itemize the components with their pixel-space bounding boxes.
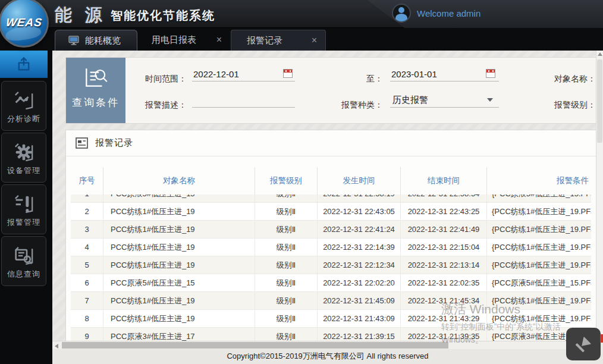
sidebar-item-home-active[interactable] [0, 51, 48, 78]
table-cell: 2022-12-31 21:43:29 [401, 310, 487, 327]
table-row[interactable]: 1PCC原液5#低压主进_15级别Ⅱ2022-12-31 22:58:19202… [71, 194, 591, 203]
table-cell: 级别Ⅱ [255, 203, 318, 220]
sidebar-item-alarm-management[interactable]: 报警管理 [1, 184, 46, 234]
table-row[interactable]: 2PCC纺练1#低压主进_19级别Ⅱ2022-12-31 22:43:05202… [71, 203, 591, 221]
column-header[interactable]: 对象名称 [103, 167, 255, 194]
query-search-icon [82, 65, 109, 90]
user-avatar-icon[interactable] [392, 4, 411, 23]
chevron-down-icon [487, 98, 493, 102]
alarm-type-select[interactable]: 历史报警 [390, 93, 499, 108]
alarm-level-label: 报警级别： [551, 100, 596, 111]
table-cell: 3 [71, 221, 103, 238]
table-row[interactable]: 5PCC纺练1#低压主进_19级别Ⅱ2022-12-31 22:12:34202… [71, 256, 591, 274]
tab-alarm-records-active[interactable]: 报警记录 × [231, 30, 326, 51]
table-cell: 2 [71, 203, 103, 220]
table-cell: PCC原液5#低压主进_15 [103, 194, 255, 202]
table-row[interactable]: 4PCC纺练1#低压主进_19级别Ⅱ2022-12-31 22:14:39202… [71, 239, 591, 256]
table-cell: 4 [71, 239, 103, 256]
table-cell: 2022-12-31 22:15:04 [401, 239, 487, 256]
table-cell: PCC纺练1#低压主进_19 [103, 256, 255, 274]
skip-icon [576, 336, 592, 352]
query-conditions-block: 查询条件 [66, 58, 125, 123]
query-conditions-title: 查询条件 [72, 96, 120, 109]
table-cell: 2022-12-31 21:39:35 [401, 328, 487, 341]
close-icon[interactable]: × [312, 35, 317, 46]
sidebar-item-analysis[interactable]: 分析诊断 [1, 81, 46, 131]
corner-skip-button[interactable] [566, 328, 601, 360]
table-cell: {PCC纺练1#低压主进_19.PFav}<0.9 [487, 310, 591, 327]
table-cell: 2022-12-31 22:02:35 [401, 274, 487, 291]
vertical-scrollbar[interactable] [596, 51, 603, 341]
sidebar-item-label: 信息查询 [7, 269, 40, 280]
table-scroll-viewport[interactable]: 1PCC原液5#低压主进_15级别Ⅱ2022-12-31 22:58:19202… [71, 194, 591, 341]
table-cell: 2022-12-31 22:02:20 [318, 274, 401, 291]
table-cell: 2022-12-31 22:13:14 [401, 256, 487, 274]
scroll-left-arrow-icon[interactable] [55, 344, 58, 349]
calendar-icon[interactable] [283, 69, 293, 78]
table-cell: {PCC纺练1#低压主进_19.PFav}<0.9 [487, 221, 591, 238]
column-header[interactable]: 结束时间 [401, 167, 487, 194]
gear-icon [12, 140, 36, 164]
monitor-icon [68, 36, 79, 45]
table-cell: PCC纺练1#低压主进_19 [103, 239, 255, 256]
alarm-records-title: 报警记录 [95, 137, 133, 149]
welcome-text[interactable]: Welcome admin [417, 8, 480, 18]
table-cell: 级别Ⅱ [255, 256, 318, 274]
table-cell: 6 [71, 274, 103, 291]
vertical-scroll-thumb[interactable] [597, 59, 602, 143]
document-search-icon [12, 244, 36, 268]
table-cell: 2022-12-31 21:39:15 [318, 328, 401, 341]
table-cell: {PCC纺练1#低压主进_19.PFav}<0.9 [487, 292, 591, 309]
horizontal-scrollbar[interactable] [52, 341, 596, 349]
table-cell: PCC原液5#低压主进_15 [103, 274, 255, 291]
tab-daily-power-report[interactable]: 用电日报表 × [139, 30, 230, 51]
table-cell: 2022-12-31 22:12:34 [318, 256, 401, 274]
table-cell: PCC原液3#低压主进_17 [103, 328, 255, 341]
table-cell: PCC纺练1#低压主进_19 [103, 310, 255, 327]
table-cell: 2022-12-31 22:41:24 [318, 221, 401, 238]
column-header[interactable]: 报警级别 [255, 167, 318, 194]
table-row[interactable]: 7PCC纺练1#低压主进_19级别Ⅱ2022-12-31 21:45:09202… [71, 292, 591, 310]
table-cell: {PCC纺练1#低压主进_19.PFav}<0.9 [487, 256, 591, 274]
table-cell: 8 [71, 310, 103, 327]
close-icon[interactable]: × [216, 34, 222, 45]
sidebar-item-device-management[interactable]: 设备管理 [1, 133, 46, 183]
header-bar: 能 源 智能优化节能系统 Welcome admin [0, 0, 603, 28]
time-from-input[interactable] [192, 67, 295, 81]
tab-energy-overview[interactable]: 能耗概览 [55, 30, 137, 51]
list-card-icon [76, 137, 88, 149]
alarm-type-value: 历史报警 [392, 95, 428, 105]
chart-pulse-icon [12, 89, 36, 112]
table-cell: PCC纺练1#低压主进_19 [103, 203, 255, 220]
alarm-desc-label: 报警描述： [124, 100, 187, 111]
time-range-label: 时间范围： [124, 74, 187, 84]
alarm-desc-input[interactable] [192, 93, 295, 108]
table-row[interactable]: 6PCC原液5#低压主进_15级别Ⅱ2022-12-31 22:02:20202… [71, 274, 591, 292]
sidebar-item-label: 报警管理 [7, 217, 40, 228]
to-label: 至： [351, 74, 383, 84]
column-header[interactable]: 发生时间 [318, 167, 401, 194]
horizontal-scroll-thumb[interactable] [62, 342, 448, 349]
table-cell: {PCC原液5#低压主进_15.PFav}<0.9 [487, 194, 591, 202]
tab-label: 能耗概览 [85, 35, 121, 46]
object-name-label: 对象名称： [551, 74, 596, 84]
column-header[interactable]: 序号 [71, 167, 103, 194]
main-content: 查询条件 时间范围： 至： 对象名称： 报警描述： 报警种类： 历史报警 报警级… [52, 51, 603, 349]
table-cell: 7 [71, 292, 103, 309]
scroll-up-arrow-icon[interactable] [598, 52, 602, 56]
table-row[interactable]: 3PCC纺练1#低压主进_19级别Ⅱ2022-12-31 22:41:24202… [71, 221, 591, 239]
table-row[interactable]: 8PCC纺练1#低压主进_19级别Ⅱ2022-12-31 21:43:09202… [71, 310, 591, 328]
column-header[interactable]: 报警条件 [487, 167, 591, 194]
time-to-input[interactable] [390, 67, 499, 81]
table-cell: {PCC纺练1#低压主进_19.PFav}<0.9 [487, 203, 591, 220]
table-row[interactable]: 9PCC原液3#低压主进_17级别Ⅱ2022-12-31 21:39:15202… [71, 328, 591, 341]
table-cell: 5 [71, 256, 103, 274]
table-cell: 2022-12-31 21:45:09 [318, 292, 401, 309]
calendar-icon[interactable] [486, 69, 495, 78]
page-title: 智能优化节能系统 [111, 8, 215, 24]
sidebar-item-info-query[interactable]: 信息查询 [1, 236, 46, 286]
table-cell: 级别Ⅱ [255, 194, 318, 202]
share-export-icon [15, 56, 32, 73]
table-cell: 2022-12-31 22:58:19 [318, 194, 401, 202]
table-cell: {PCC原液5#低压主进_15.PFav}<0.9 [487, 274, 591, 291]
